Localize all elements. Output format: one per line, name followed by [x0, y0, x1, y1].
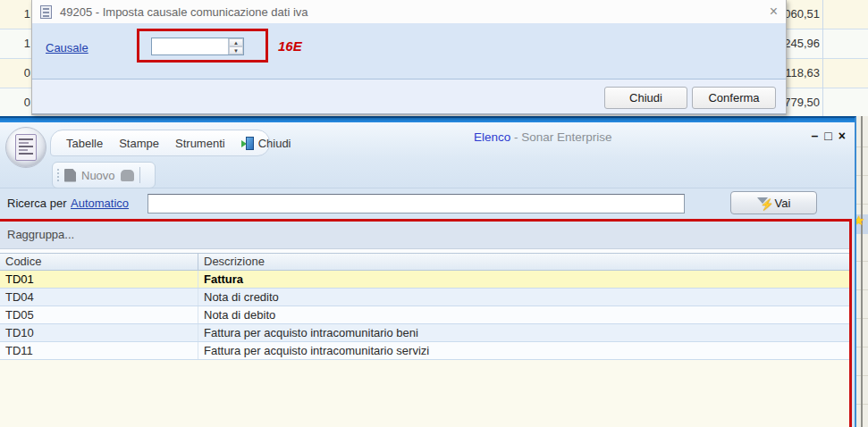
background-cell-left: 1 [0, 29, 30, 58]
toolbar-separator [139, 167, 140, 183]
exit-door-icon [241, 137, 254, 150]
dialog-body: Causale ▲ ▼ 16E [32, 23, 786, 79]
cell-codice: TD11 [0, 342, 198, 359]
conferma-button[interactable]: Conferma [692, 87, 776, 109]
dialog-document-icon [40, 5, 52, 19]
cell-descrizione: Nota di debito [198, 306, 849, 323]
dialog-close-icon[interactable]: × [770, 4, 778, 19]
spin-up-icon[interactable]: ▲ [229, 38, 243, 46]
toolbar-grip[interactable] [57, 169, 59, 181]
toolbar: Nuovo [52, 162, 156, 188]
chiudi-button[interactable]: Chiudi [604, 87, 687, 109]
nuovo-button[interactable]: Nuovo [81, 169, 115, 182]
close-button[interactable]: × [839, 129, 846, 143]
menu-bar: Tabelle Stampe Strumenti Chiudi [50, 130, 270, 156]
cell-codice: TD04 [0, 289, 198, 306]
new-document-icon [64, 169, 76, 182]
menu-stampe[interactable]: Stampe [113, 134, 165, 153]
causale-link[interactable]: Causale [46, 41, 88, 54]
search-input[interactable] [147, 194, 685, 214]
dialog-footer: Chiudi Conferma [32, 80, 786, 114]
app-icon [15, 134, 37, 161]
maximize-button[interactable]: □ [824, 129, 831, 143]
background-cell-left: 0 [0, 88, 30, 117]
dialog-title: 49205 - Imposta causale comunicazione da… [60, 5, 308, 19]
table-row[interactable]: TD11 Fattura per acquisto intracomunitar… [0, 342, 849, 360]
table-header: Codice Descrizione [0, 253, 849, 271]
menu-tabelle[interactable]: Tabelle [60, 134, 109, 153]
background-cell-amount: .779,50 [781, 88, 820, 117]
table-row[interactable]: TD01 Fattura [0, 271, 849, 289]
ribbon: Elenco - Sonar Enterprise – □ × Tabelle … [0, 122, 855, 188]
search-bar: Ricerca per Automatico ⚡ Vai [0, 188, 855, 219]
window-title: Elenco - Sonar Enterprise [474, 130, 612, 144]
window-controls: – □ × [812, 129, 846, 143]
background-cell-amount: .118,63 [782, 59, 820, 88]
background-cell-left: 1 [0, 0, 30, 29]
table-row[interactable]: TD04 Nota di credito [0, 289, 849, 306]
table-empty-area [0, 360, 849, 427]
cell-descrizione: Fattura per acquisto intracomunitario be… [198, 324, 849, 341]
vai-button[interactable]: ⚡ Vai [730, 191, 817, 214]
elenco-window: Elenco - Sonar Enterprise – □ × Tabelle … [0, 116, 856, 427]
minimize-button[interactable]: – [812, 129, 819, 143]
menu-chiudi-label: Chiudi [258, 137, 291, 150]
app-menu-button[interactable] [5, 127, 46, 168]
background-cell-amount: .245,96 [781, 29, 820, 58]
screen: 1 .060,51 1 .245,96 0 .118,63 0 .779,50 … [0, 0, 868, 427]
group-by-bar[interactable]: Raggruppa... [0, 222, 849, 249]
cell-codice: TD05 [0, 306, 198, 323]
background-window-edge [861, 116, 863, 427]
causale-input[interactable] [152, 38, 228, 54]
table-row[interactable]: TD10 Fattura per acquisto intracomunitar… [0, 324, 849, 342]
background-cell-left: 0 [0, 59, 30, 88]
spin-down-icon[interactable]: ▼ [229, 46, 243, 54]
results-panel: Raggruppa... Codice Descrizione TD01 Fat… [0, 219, 852, 427]
cell-codice: TD10 [0, 324, 198, 341]
vai-button-label: Vai [775, 197, 791, 210]
search-mode-link[interactable]: Automatico [71, 197, 129, 210]
window-title-primary: Elenco [474, 130, 510, 144]
menu-chiudi[interactable]: Chiudi [235, 134, 298, 153]
spin-buttons: ▲ ▼ [228, 38, 243, 54]
cell-codice: TD01 [0, 271, 198, 288]
background-right-strip: ★ [856, 116, 868, 427]
background-cell-amount: .060,51 [781, 0, 820, 29]
menu-strumenti[interactable]: Strumenti [169, 134, 232, 153]
column-header-descrizione[interactable]: Descrizione [198, 254, 849, 270]
window-title-secondary: - Sonar Enterprise [510, 130, 611, 144]
search-label: Ricerca per [7, 197, 66, 210]
column-header-codice[interactable]: Codice [0, 254, 198, 270]
causale-dialog: 49205 - Imposta causale comunicazione da… [31, 0, 787, 115]
filter-lightning-icon: ⚡ [757, 197, 770, 209]
table-row[interactable]: TD05 Nota di debito [0, 306, 849, 324]
background-grid-line [822, 0, 823, 117]
dialog-titlebar: 49205 - Imposta causale comunicazione da… [32, 0, 786, 23]
star-icon: ★ [856, 213, 864, 229]
open-icon[interactable] [121, 170, 134, 181]
cell-descrizione: Fattura [198, 271, 849, 288]
annotation-16e: 16E [278, 38, 302, 54]
cell-descrizione: Fattura per acquisto intracomunitario se… [198, 342, 849, 359]
cell-descrizione: Nota di credito [198, 289, 849, 306]
causale-spinner: ▲ ▼ [151, 38, 244, 55]
